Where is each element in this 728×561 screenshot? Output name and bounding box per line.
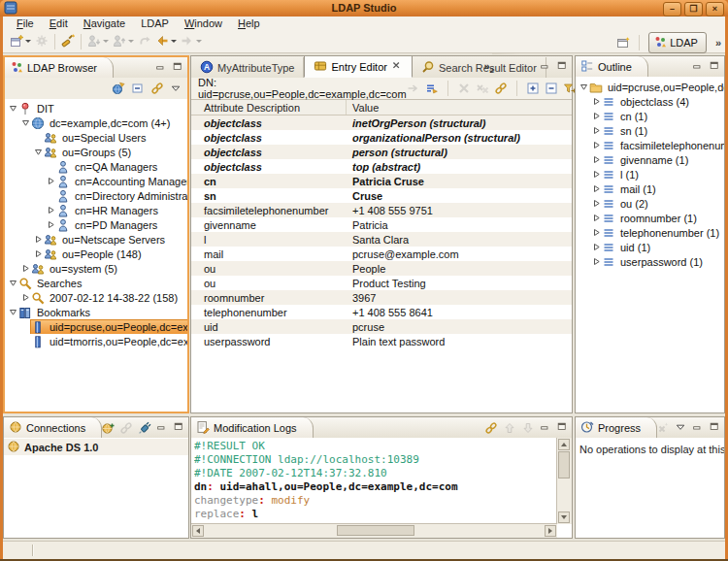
expander-right[interactable] [33, 249, 44, 258]
collapse-all-button[interactable] [131, 82, 145, 95]
tree-item[interactable]: cn=Accounting Managers [5, 174, 187, 188]
link-button[interactable] [494, 82, 508, 95]
tree-item[interactable]: uid=pcruse,ou=People,dc=example,dc=com [5, 319, 187, 334]
tree-item[interactable]: sn (1) [576, 123, 724, 138]
table-row[interactable]: userpasswordPlain text password [191, 334, 572, 348]
expander-down[interactable] [8, 279, 18, 287]
tree-item[interactable]: DIT [5, 101, 187, 116]
vertical-scroll-thumb[interactable] [558, 451, 570, 478]
close-tab-icon[interactable] [391, 60, 403, 74]
tree-item[interactable]: 2007-02-12 14-38-22 (158) [5, 290, 187, 305]
view-menu-button[interactable] [675, 421, 687, 434]
tree-item[interactable]: objectclass (4) [576, 94, 724, 109]
link-button[interactable] [484, 421, 498, 435]
table-row[interactable]: objectclasstop (abstract) [191, 159, 572, 174]
scroll-down-button[interactable] [558, 512, 570, 523]
ldap-browser-tab[interactable]: LDAP Browser [5, 57, 114, 78]
up-gray-button[interactable] [503, 421, 516, 435]
tree-item[interactable]: uid=pcruse,ou=People,dc=ex [576, 80, 724, 94]
table-row[interactable]: objectclassperson (structural) [191, 145, 572, 159]
minimize-view-icon[interactable] [692, 61, 704, 72]
minimize-view-icon[interactable] [156, 422, 168, 433]
tree-item[interactable]: ou (2) [576, 196, 724, 211]
progress-tab[interactable]: Progress [576, 417, 657, 438]
expander-right[interactable] [20, 293, 31, 302]
column-value[interactable]: Value [347, 100, 572, 115]
down-gray-button[interactable] [521, 421, 535, 435]
tree-item[interactable]: roomnumber (1) [576, 211, 724, 225]
expander-right[interactable] [20, 264, 31, 273]
expander-right[interactable] [591, 141, 602, 149]
editor-tab-overflow[interactable]: »2 [483, 60, 494, 75]
tree-item[interactable]: ou=Special Users [5, 130, 187, 145]
minimize-editor-icon[interactable] [540, 61, 551, 74]
table-row[interactable]: givennamePatricia [191, 217, 572, 232]
menu-item-window[interactable]: Window [177, 16, 230, 30]
tree-item[interactable]: userpassword (1) [576, 254, 724, 269]
tree-item[interactable]: ou=People (148) [5, 247, 187, 261]
modification-logs-tab[interactable]: Modification Logs [191, 417, 314, 438]
link-gray-button[interactable] [119, 421, 133, 435]
minimize-button[interactable]: – [663, 2, 681, 16]
selected-tree-item[interactable]: uid=pcruse,ou=People,dc=example,dc=com [31, 320, 187, 334]
minimize-view-icon[interactable] [692, 422, 704, 433]
expander-down[interactable] [8, 308, 18, 316]
table-row[interactable]: ouProduct Testing [191, 276, 572, 290]
expander-right[interactable] [591, 126, 602, 135]
maximize-editor-icon[interactable] [556, 61, 569, 74]
editor-tab-search-result-editor[interactable]: Search Result Editor [413, 57, 546, 78]
expander-right[interactable] [591, 243, 602, 251]
scroll-left-button[interactable] [192, 525, 204, 537]
tree-item[interactable]: l (1) [576, 167, 724, 182]
tree-item[interactable]: uid (1) [576, 240, 724, 254]
expander-right[interactable] [33, 235, 44, 244]
tree-item[interactable]: cn (1) [576, 109, 724, 123]
menu-item-ldap[interactable]: LDAP [133, 16, 177, 30]
column-attribute-description[interactable]: Attribute Description [191, 100, 347, 115]
tree-item[interactable]: ou=Groups (5) [5, 145, 187, 159]
tree-item[interactable]: Searches [5, 276, 187, 290]
table-row[interactable]: roomnumber3967 [191, 290, 572, 305]
view-menu-button[interactable] [170, 82, 182, 95]
expander-right[interactable] [591, 170, 602, 179]
plug-button[interactable] [138, 421, 151, 435]
table-row[interactable]: telephonenumber+1 408 555 8641 [191, 305, 572, 319]
tree-item[interactable]: ou=Netscape Servers [5, 232, 187, 247]
maximize-button[interactable]: ❐ [684, 2, 703, 16]
expander-right[interactable] [591, 257, 602, 266]
expander-right[interactable] [591, 199, 602, 208]
table-row[interactable]: mailpcruse@example.com [191, 247, 572, 261]
table-row[interactable]: objectclassinetOrgPerson (structural) [191, 116, 572, 130]
horizontal-scroll-thumb[interactable] [337, 525, 414, 536]
editor-tab-entry-editor[interactable]: Entry Editor [304, 56, 412, 78]
dropdown-arrow-icon[interactable] [25, 40, 31, 43]
expander-right[interactable] [591, 184, 602, 193]
expander-down[interactable] [33, 148, 44, 156]
expander-down[interactable] [8, 104, 18, 113]
dn-layout-button[interactable] [425, 82, 439, 95]
expander-right[interactable] [591, 155, 602, 164]
maximize-view-icon[interactable] [709, 61, 721, 72]
back-arrow-button[interactable] [153, 32, 179, 51]
table-row[interactable]: uidpcruse [191, 319, 572, 334]
flashlight-button[interactable] [59, 32, 77, 51]
tree-item[interactable]: facsimiletelephonenumber (1) [576, 138, 724, 152]
tree-item[interactable]: cn=HR Managers [5, 203, 187, 217]
horizontal-scrollbar[interactable] [191, 523, 557, 538]
table-row[interactable]: objectclassorganizationalPerson (structu… [191, 130, 572, 145]
tree-item[interactable]: telephonenumber (1) [576, 225, 724, 240]
scroll-up-button[interactable] [558, 439, 570, 450]
expander-down[interactable] [579, 82, 589, 91]
clear-gray-button[interactable] [656, 421, 670, 435]
new-connection-button[interactable] [101, 421, 115, 435]
minimize-view-icon[interactable] [540, 422, 551, 433]
table-row[interactable]: lSanta Clara [191, 232, 572, 247]
expander-down[interactable] [20, 118, 31, 127]
vertical-scrollbar[interactable] [556, 438, 572, 524]
menu-item-help[interactable]: Help [230, 16, 268, 30]
table-row[interactable]: cnPatricia Cruse [191, 174, 572, 188]
tree-item[interactable]: givenname (1) [576, 152, 724, 167]
maximize-view-icon[interactable] [709, 422, 721, 433]
tree-item[interactable]: cn=PD Managers [5, 217, 187, 232]
table-row[interactable]: ouPeople [191, 261, 572, 276]
